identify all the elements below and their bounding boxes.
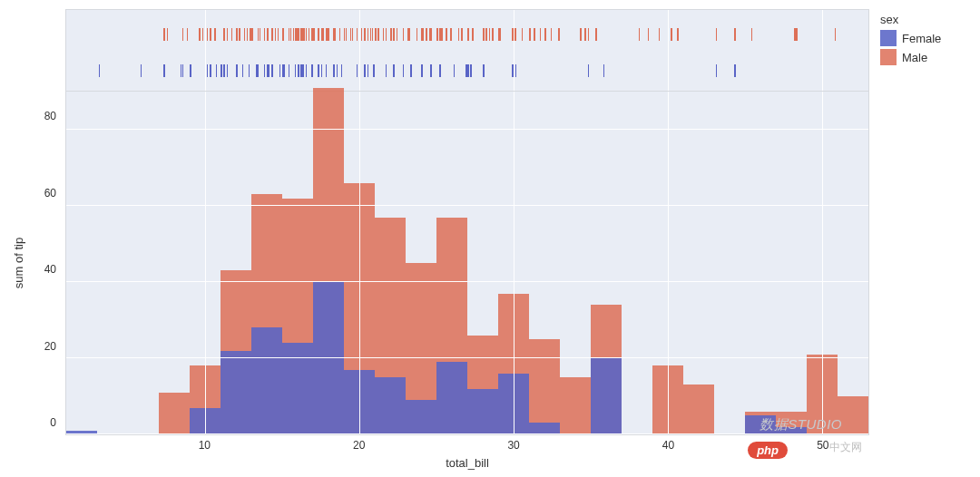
rug-tick — [677, 28, 679, 41]
bar-group — [282, 92, 313, 434]
rug-tick — [383, 28, 385, 41]
rug-tick — [377, 28, 379, 41]
rug-tick — [210, 28, 211, 41]
rug-tick — [278, 28, 279, 41]
y-tick-label: 20 — [44, 340, 56, 353]
x-tick-label: 20 — [353, 439, 365, 452]
rug-tick — [796, 28, 798, 41]
y-tick-label: 40 — [44, 263, 56, 276]
rug-tick — [357, 64, 358, 77]
rug-tick — [588, 28, 590, 41]
rug-tick — [492, 28, 494, 41]
rug-tick — [302, 64, 304, 77]
rug-tick — [595, 28, 597, 41]
x-axis-label: total_bill — [446, 456, 489, 470]
bar-group — [436, 92, 467, 434]
rug-tick — [426, 28, 427, 41]
rug-tick — [472, 28, 474, 41]
rug-tick — [341, 64, 343, 77]
x-tick-label: 30 — [507, 439, 519, 452]
rug-tick — [368, 64, 369, 77]
rug-tick — [461, 28, 463, 41]
rug-tick — [544, 28, 546, 41]
rug-tick — [716, 28, 718, 41]
php-badge: php — [748, 442, 788, 459]
histogram-panel — [65, 91, 869, 435]
bar-group — [745, 92, 776, 434]
x-tick-label: 40 — [662, 439, 674, 452]
rug-tick — [375, 28, 377, 41]
rug-tick — [534, 28, 535, 41]
rug-tick — [421, 64, 423, 77]
bar-group — [467, 92, 498, 434]
bar-group — [683, 92, 714, 434]
x-tick-label: 50 — [817, 439, 828, 452]
rug-tick — [639, 28, 641, 41]
bar-female — [220, 351, 251, 434]
rug-tick — [269, 64, 270, 77]
rug-tick — [540, 28, 542, 41]
rug-tick — [284, 64, 286, 77]
rug-tick — [260, 28, 261, 41]
rug-tick — [430, 28, 432, 41]
rug-tick — [311, 64, 313, 77]
rug-tick — [163, 28, 165, 41]
rug-tick — [267, 28, 269, 41]
rug-tick — [271, 64, 273, 77]
rug-tick — [298, 28, 299, 41]
rug-tick — [231, 28, 233, 41]
rug-tick — [439, 64, 441, 77]
rug-tick — [271, 28, 273, 41]
bar-group — [251, 92, 282, 434]
rug-tick — [403, 28, 405, 41]
rug-tick — [289, 64, 290, 77]
rug-tick — [306, 64, 308, 77]
y-axis: sum of tip 020406080 — [9, 91, 64, 435]
bar-female — [467, 389, 498, 434]
rug-tick — [423, 28, 425, 41]
rug-tick — [458, 28, 460, 41]
bar-group — [560, 92, 591, 434]
rug-tick — [352, 28, 354, 41]
bar-female — [591, 358, 622, 434]
rug-tick — [99, 64, 101, 77]
rug-tick — [223, 64, 225, 77]
rug-tick — [558, 28, 560, 41]
rug-tick — [436, 28, 438, 41]
bar-male — [560, 377, 591, 434]
rug-tick — [199, 28, 201, 41]
rug-tick — [337, 64, 338, 77]
y-tick-label: 0 — [50, 416, 56, 429]
x-tick-label: 10 — [199, 439, 211, 452]
rug-tick — [470, 64, 472, 77]
rug-tick — [318, 28, 319, 41]
bars-layer — [66, 92, 868, 434]
rug-tick — [441, 28, 443, 41]
rug-tick — [588, 64, 590, 77]
rug-tick — [500, 28, 502, 41]
rug-tick — [734, 64, 736, 77]
rug-tick — [603, 64, 605, 77]
rug-tick — [223, 28, 225, 41]
rug-tick — [309, 28, 310, 41]
rug-tick — [716, 64, 718, 77]
rug-tick — [648, 28, 650, 41]
bar-group — [375, 92, 406, 434]
bar-group — [313, 92, 344, 434]
rug-tick — [364, 28, 366, 41]
rug-tick — [373, 64, 375, 77]
legend-item-male: Male — [880, 49, 971, 65]
rug-tick — [202, 28, 204, 41]
rug-tick — [279, 64, 281, 77]
rug-tick — [339, 28, 341, 41]
bar-group — [838, 92, 868, 434]
rug-tick — [216, 64, 218, 77]
rug-tick — [454, 64, 456, 77]
rug-tick — [298, 64, 299, 77]
rug-tick — [163, 64, 165, 77]
bar-female — [375, 377, 406, 434]
rug-tick — [393, 28, 395, 41]
rug-tick — [321, 64, 323, 77]
rug-tick — [489, 28, 491, 41]
bar-male — [159, 393, 190, 434]
